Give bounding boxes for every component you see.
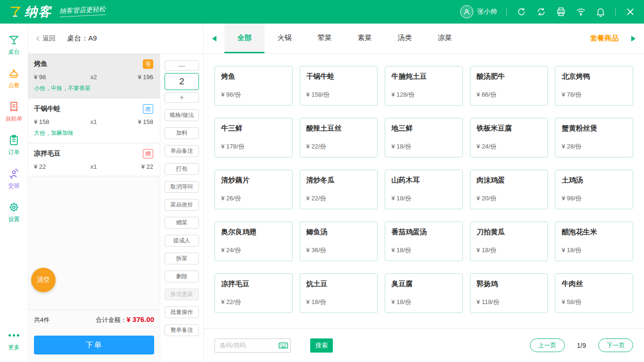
- table-icon: [8, 34, 20, 46]
- dish-name: 烤鱼: [221, 72, 286, 81]
- qty-plus-button[interactable]: +: [165, 92, 199, 103]
- prev-page-button[interactable]: 上一页: [530, 338, 565, 352]
- category-tab[interactable]: 汤类: [385, 24, 425, 53]
- dish-price: ¥ 36/份: [306, 246, 372, 255]
- dish-name: 牛三鲜: [221, 124, 286, 133]
- dish-card[interactable]: 醋泡花生米 ¥ 18/份: [555, 222, 633, 261]
- dish-card[interactable]: 郭扬鸡 ¥ 118/份: [470, 273, 548, 313]
- refresh-icon[interactable]: [516, 7, 527, 17]
- place-order-button[interactable]: 下单: [34, 336, 154, 354]
- order-item-top: 凉拌毛豆 赠: [34, 149, 153, 158]
- sidebar-item-order[interactable]: 点餐: [0, 62, 28, 95]
- category-tab[interactable]: 火锅: [264, 24, 305, 53]
- user-account[interactable]: 张小帅: [460, 5, 497, 18]
- dish-card[interactable]: 酸辣土豆丝 ¥ 22/份: [300, 118, 378, 157]
- dish-price: ¥ 18/份: [477, 246, 542, 255]
- sidebar-item-settings[interactable]: 设置: [0, 196, 28, 229]
- dish-card[interactable]: 牛三鲜 ¥ 178/份: [215, 118, 293, 157]
- order-item-top: 烤鱼 等: [34, 59, 153, 69]
- tabs-scroll-right-button[interactable]: [623, 24, 644, 53]
- brand: 纳客 纳客管店更轻松: [8, 5, 106, 18]
- action-button[interactable]: 整单备注: [165, 324, 199, 336]
- dish-card[interactable]: 凉拌毛豆 ¥ 22/份: [215, 273, 293, 313]
- qty-minus-button[interactable]: —: [165, 60, 199, 71]
- action-button[interactable]: 换优惠菜: [165, 288, 199, 300]
- sidebar-item-more[interactable]: 更多: [0, 324, 28, 357]
- back-button[interactable]: 返回: [35, 34, 56, 43]
- topbar-divider: [615, 8, 616, 16]
- sidebar-item-tables[interactable]: 桌台: [0, 28, 28, 62]
- clear-order-button[interactable]: 清空: [31, 268, 56, 292]
- sidebar-item-shift[interactable]: 交班: [0, 162, 28, 196]
- category-tab[interactable]: 全部: [224, 24, 264, 53]
- dish-card[interactable]: 肉沫鸡蛋 ¥ 20/份: [470, 170, 548, 209]
- action-button[interactable]: 拆菜: [165, 253, 199, 264]
- dish-card[interactable]: 烤鱼 ¥ 98/份: [215, 66, 293, 106]
- qty-value[interactable]: 2: [165, 73, 199, 90]
- dish-price: ¥ 26/份: [221, 194, 286, 203]
- sync-icon[interactable]: [536, 7, 546, 17]
- action-button[interactable]: 打包: [165, 163, 199, 175]
- dish-card[interactable]: 山药木耳 ¥ 18/份: [385, 170, 463, 209]
- order-region: 返回 桌台：A9 烤鱼 等: [28, 24, 204, 362]
- order-item-amounts: ¥ 22 x1 ¥ 22: [34, 163, 153, 170]
- dish-card[interactable]: 番茄鸡蛋汤 ¥ 18/份: [385, 222, 463, 261]
- dish-card[interactable]: 臭豆腐 ¥ 18/份: [385, 273, 463, 313]
- dish-price: ¥ 24/份: [477, 142, 542, 151]
- dish-card[interactable]: 土鸡汤 ¥ 98/份: [555, 170, 633, 209]
- action-button[interactable]: 菜品改价: [165, 199, 199, 211]
- search-button[interactable]: 搜索: [310, 338, 333, 353]
- clipboard-icon: [8, 134, 20, 146]
- order-item[interactable]: 烤鱼 等 ¥ 98 x2 ¥ 196 小份，中辣，不要香菜: [28, 54, 160, 99]
- dish-card[interactable]: 清炒冬瓜 ¥ 22/份: [300, 170, 378, 209]
- action-button[interactable]: 单品备注: [165, 145, 199, 157]
- dish-card[interactable]: 北京烤鸭 ¥ 78/份: [555, 66, 633, 106]
- tabs-scroll-left-button[interactable]: [204, 24, 224, 53]
- action-button[interactable]: 规格/做法: [165, 109, 199, 121]
- action-button[interactable]: 赠菜: [165, 217, 199, 229]
- order-item[interactable]: 凉拌毛豆 赠 ¥ 22 x1 ¥ 22: [28, 143, 160, 176]
- sidebar-item-self-order[interactable]: 自助单: [0, 95, 28, 129]
- combo-products-tab[interactable]: 套餐商品: [586, 24, 623, 53]
- submit-area: 下单: [28, 330, 160, 362]
- action-button[interactable]: 批量操作: [165, 306, 199, 318]
- close-icon[interactable]: [625, 7, 636, 17]
- dish-card[interactable]: 炕土豆 ¥ 18/份: [300, 273, 378, 313]
- category-tab[interactable]: 凉菜: [425, 24, 465, 53]
- dish-price: ¥ 18/份: [391, 142, 456, 151]
- order-item[interactable]: 干锅牛蛙 改 ¥ 158 x1 ¥ 158 大份，加麻加辣: [28, 99, 160, 143]
- bell-icon[interactable]: [595, 7, 606, 17]
- sidebar-item-label: 桌台: [8, 48, 20, 56]
- action-button[interactable]: 加料: [165, 127, 199, 139]
- next-page-button[interactable]: 下一页: [598, 338, 633, 352]
- dish-card[interactable]: 奥尔良鸡翅 ¥ 24/份: [215, 222, 293, 261]
- action-button[interactable]: 取消等叫: [165, 181, 199, 193]
- action-button[interactable]: 提成人: [165, 235, 199, 247]
- sidebar-item-label: 交班: [8, 182, 20, 190]
- order-item-price: ¥ 98: [34, 74, 74, 81]
- dish-card[interactable]: 牛肉丝 ¥ 58/份: [555, 273, 633, 313]
- dish-card[interactable]: 鲫鱼汤 ¥ 36/份: [300, 222, 378, 261]
- action-button[interactable]: 删除: [165, 271, 199, 282]
- dish-card[interactable]: 酸汤肥牛 ¥ 66/份: [470, 66, 548, 106]
- sidebar-item-orders[interactable]: 订单: [0, 129, 28, 162]
- dish-card[interactable]: 清炒藕片 ¥ 26/份: [215, 170, 293, 209]
- topbar-right: 张小帅: [460, 5, 636, 18]
- dish-card[interactable]: 蟹黄粉丝煲 ¥ 28/份: [555, 118, 633, 157]
- dish-card[interactable]: 干锅牛蛙 ¥ 158/份: [300, 66, 378, 106]
- dish-card[interactable]: 地三鲜 ¥ 18/份: [385, 118, 463, 157]
- dish-name: 番茄鸡蛋汤: [391, 228, 456, 237]
- dish-card[interactable]: 刀拍黄瓜 ¥ 18/份: [470, 222, 548, 261]
- topbar: 纳客 纳客管店更轻松 张小帅: [0, 0, 644, 24]
- keyboard-icon[interactable]: [278, 340, 289, 351]
- topbar-divider: [506, 8, 507, 16]
- dish-price: ¥ 98/份: [221, 90, 286, 99]
- sidebar: 桌台 点餐 自助单 订单 交班 设置: [0, 24, 28, 362]
- order-item-total: ¥ 158: [114, 118, 153, 125]
- category-tab[interactable]: 荤菜: [305, 24, 345, 53]
- dish-card[interactable]: 牛腩炖土豆 ¥ 128/份: [385, 66, 463, 106]
- wifi-icon[interactable]: [576, 7, 586, 17]
- category-tab[interactable]: 素菜: [345, 24, 385, 53]
- dish-card[interactable]: 铁板米豆腐 ¥ 24/份: [470, 118, 548, 157]
- printer-icon[interactable]: [556, 7, 566, 17]
